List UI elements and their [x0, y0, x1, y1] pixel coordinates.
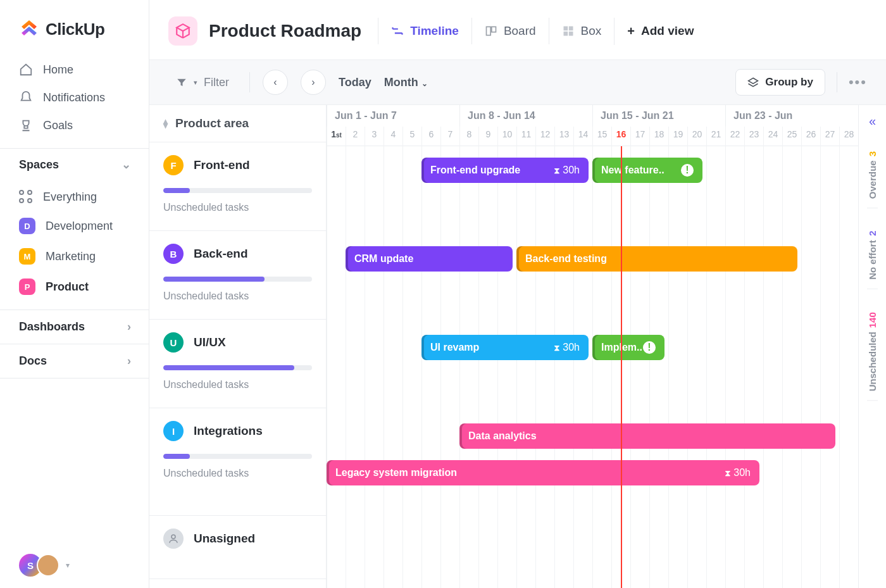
view-tabs: Timeline Board Box + Add view: [378, 18, 706, 45]
day-label: 25: [782, 127, 801, 146]
space-icon[interactable]: [168, 16, 197, 46]
group-row[interactable]: B Back-end Unscheduled tasks: [149, 231, 326, 320]
rail-unscheduled-label: Unscheduled: [867, 332, 878, 391]
week-label: Jun 23 - Jun: [725, 105, 858, 127]
space-product[interactable]: P Product: [0, 272, 149, 302]
day-label: 9: [478, 127, 497, 146]
rail-overdue[interactable]: Overdue 3: [867, 142, 878, 208]
next-button[interactable]: ›: [301, 70, 326, 95]
rail-unscheduled[interactable]: Unscheduled 140: [867, 303, 878, 401]
group-badge: [163, 529, 184, 549]
prev-button[interactable]: ‹: [263, 70, 288, 95]
task-bar[interactable]: Front-end upgrade⧗30h: [421, 158, 589, 183]
day-label: 26: [801, 127, 820, 146]
task-label: Back-end testing: [525, 253, 607, 265]
space-marketing[interactable]: M Marketing: [0, 241, 149, 272]
more-button[interactable]: •••: [849, 74, 867, 91]
day-label: 19: [668, 127, 687, 146]
task-bar[interactable]: New feature..!: [592, 158, 702, 183]
space-marketing-label: Marketing: [46, 250, 96, 263]
main: Product Roadmap Timeline Board Box + Add…: [149, 0, 886, 588]
plus-icon: +: [627, 24, 635, 39]
nav-home[interactable]: Home: [0, 56, 149, 84]
board-icon: [485, 25, 497, 37]
timeline-chart[interactable]: Jun 1 - Jun 7Jun 8 - Jun 14Jun 15 - Jun …: [327, 105, 858, 588]
group-badge: F: [163, 155, 184, 175]
task-bar[interactable]: UI revamp⧗30h: [421, 335, 589, 360]
svg-rect-1: [492, 27, 496, 32]
rail-noeffort[interactable]: No effort 2: [867, 222, 878, 289]
hourglass-icon: ⧗: [554, 342, 560, 353]
group-name: Back-end: [194, 247, 248, 261]
group-name: Unasigned: [194, 532, 255, 546]
group-row[interactable]: F Front-end Unscheduled tasks: [149, 142, 326, 231]
tab-board[interactable]: Board: [471, 18, 549, 44]
day-label: 12: [535, 127, 554, 146]
nav-docs-label: Docs: [19, 354, 47, 368]
range-label: Month: [384, 76, 418, 89]
unscheduled-label[interactable]: Unscheduled tasks: [163, 291, 312, 302]
day-label: 5: [402, 127, 421, 146]
day-label: 13: [554, 127, 573, 146]
task-bar[interactable]: CRM update: [346, 246, 513, 272]
chevron-right-icon: ›: [311, 77, 315, 88]
day-label: 20: [687, 127, 706, 146]
nav-docs[interactable]: Docs ›: [0, 344, 149, 378]
warning-icon: !: [643, 341, 656, 354]
bell-icon: [19, 91, 33, 104]
nav-dashboards[interactable]: Dashboards ›: [0, 310, 149, 344]
sidebar: ClickUp Home Notifications Goals Spaces …: [0, 0, 149, 588]
avatar: [37, 554, 59, 577]
unscheduled-label[interactable]: Unscheduled tasks: [163, 202, 312, 213]
unscheduled-label[interactable]: Unscheduled tasks: [163, 379, 312, 391]
collapse-rail-button[interactable]: «: [869, 114, 876, 128]
cube-icon: [175, 23, 191, 39]
tab-box[interactable]: Box: [549, 18, 615, 44]
nav-goals[interactable]: Goals: [0, 111, 149, 139]
groupby-button[interactable]: Group by: [735, 69, 825, 96]
box-icon: [562, 25, 575, 37]
everything-icon: [19, 190, 33, 204]
range-select[interactable]: Month ⌄: [384, 76, 428, 89]
rail-noeffort-label: No effort: [867, 241, 878, 280]
filter-button[interactable]: ▾ Filter: [168, 72, 237, 93]
brand-name: ClickUp: [46, 20, 104, 39]
group-header[interactable]: ▴▾ Product area: [149, 105, 326, 142]
progress-bar: [163, 188, 312, 193]
group-badge: U: [163, 332, 184, 353]
group-name: UI/UX: [194, 335, 226, 349]
group-row[interactable]: I Integrations Unscheduled tasks: [149, 408, 326, 516]
logo[interactable]: ClickUp: [0, 0, 149, 54]
svg-rect-3: [568, 27, 573, 31]
day-label: 24: [763, 127, 782, 146]
page-title: Product Roadmap: [209, 21, 361, 41]
task-bar[interactable]: Data analytics: [459, 423, 835, 449]
chevron-left-icon: ‹: [273, 77, 277, 88]
svg-rect-2: [563, 27, 568, 31]
tab-board-label: Board: [504, 24, 536, 38]
group-row[interactable]: Unasigned: [149, 516, 326, 579]
space-development-label: Development: [46, 220, 113, 233]
add-view-button[interactable]: + Add view: [614, 18, 706, 45]
day-label: 2: [346, 127, 365, 146]
group-row[interactable]: U UI/UX Unscheduled tasks: [149, 320, 326, 408]
nav-notifications[interactable]: Notifications: [0, 84, 149, 111]
user-menu[interactable]: S ▾: [0, 542, 149, 588]
nav-notifications-label: Notifications: [43, 91, 105, 104]
toolbar: ▾ Filter ‹ › Today Month ⌄ Group by •••: [149, 59, 886, 105]
task-bar[interactable]: Back-end testing: [516, 246, 797, 272]
tab-timeline[interactable]: Timeline: [378, 18, 471, 44]
space-everything[interactable]: Everything: [0, 183, 149, 211]
caret-down-icon: ▾: [194, 78, 197, 87]
unscheduled-label[interactable]: Unscheduled tasks: [163, 468, 312, 479]
nav-home-label: Home: [43, 63, 73, 77]
rail-noeffort-count: 2: [867, 231, 878, 236]
today-button[interactable]: Today: [339, 76, 371, 89]
spaces-header[interactable]: Spaces ⌄: [0, 148, 149, 180]
task-bar[interactable]: Implem..!: [592, 335, 664, 360]
task-label: UI revamp: [430, 342, 479, 353]
day-label: 27: [820, 127, 839, 146]
task-bar[interactable]: Legacy system migration⧗30h: [327, 460, 759, 485]
rail-unscheduled-count: 140: [867, 312, 878, 328]
space-development[interactable]: D Development: [0, 211, 149, 241]
